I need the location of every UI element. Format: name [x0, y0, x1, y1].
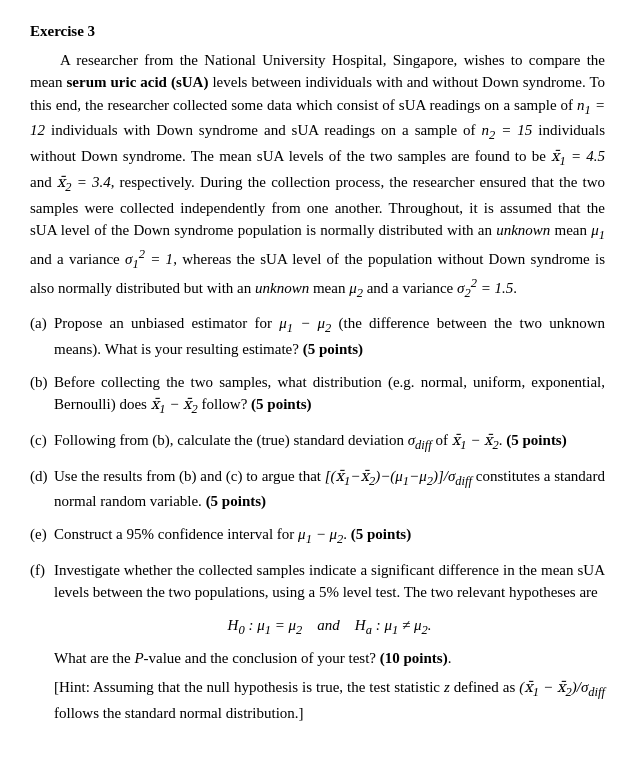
part-f-content: Investigate whether the collected sample…	[54, 559, 605, 725]
part-a-label: (a)	[30, 312, 54, 335]
part-c: (c) Following from (b), calculate the (t…	[30, 429, 605, 455]
part-a-points: (5 points)	[303, 341, 363, 357]
part-b: (b) Before collecting the two samples, w…	[30, 371, 605, 419]
part-f-after: What are the P-value and the conclusion …	[54, 647, 605, 670]
part-d-label: (d)	[30, 465, 54, 488]
exercise-container: Exercise 3 A researcher from the Nationa…	[30, 20, 605, 724]
part-b-points: (5 points)	[251, 396, 311, 412]
hint-block: [Hint: Assuming that the null hypothesis…	[54, 676, 605, 724]
part-c-label: (c)	[30, 429, 54, 452]
part-d-content: Use the results from (b) and (c) to argu…	[54, 465, 605, 513]
part-c-points: (5 points)	[506, 432, 566, 448]
part-f-text-before: Investigate whether the collected sample…	[54, 562, 605, 601]
part-e: (e) Construct a 95% confidence interval …	[30, 523, 605, 549]
part-d: (d) Use the results from (b) and (c) to …	[30, 465, 605, 513]
part-b-content: Before collecting the two samples, what …	[54, 371, 605, 419]
exercise-title: Exercise 3	[30, 20, 605, 43]
part-f-points: (10 points)	[380, 650, 448, 666]
intro-paragraph: A researcher from the National Universit…	[30, 49, 605, 303]
parts-list: (a) Propose an unbiased estimator for μ1…	[30, 312, 605, 724]
hypothesis-block: H0 : μ1 = μ2 and Ha : μ1 ≠ μ2.	[54, 614, 605, 640]
bold-sua: serum uric acid (sUA)	[66, 74, 208, 90]
part-c-content: Following from (b), calculate the (true)…	[54, 429, 605, 455]
part-d-points: (5 points)	[206, 493, 266, 509]
part-e-content: Construct a 95% confidence interval for …	[54, 523, 605, 549]
unknown-italic-1: unknown	[496, 222, 550, 238]
part-f: (f) Investigate whether the collected sa…	[30, 559, 605, 725]
part-e-points: (5 points)	[351, 526, 411, 542]
part-a: (a) Propose an unbiased estimator for μ1…	[30, 312, 605, 360]
part-f-label: (f)	[30, 559, 54, 582]
unknown-italic-2: unknown	[255, 280, 309, 296]
part-b-label: (b)	[30, 371, 54, 394]
part-e-label: (e)	[30, 523, 54, 546]
part-a-content: Propose an unbiased estimator for μ1 − μ…	[54, 312, 605, 360]
